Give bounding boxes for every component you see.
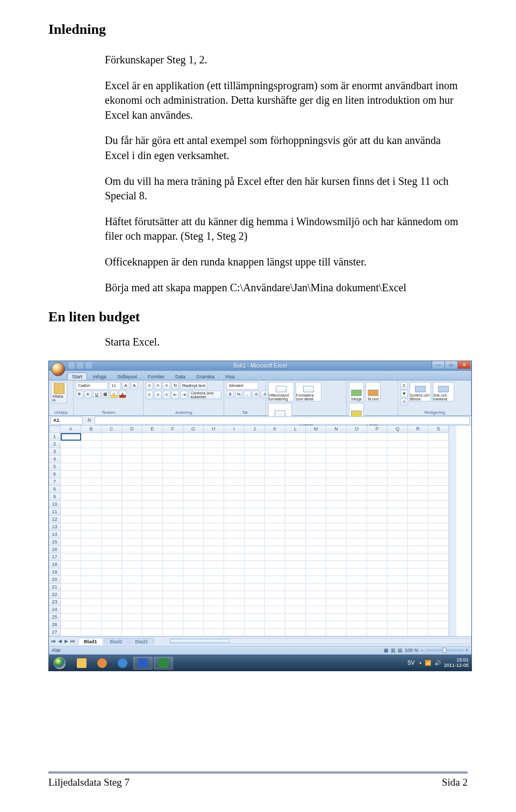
cell[interactable] (265, 538, 285, 546)
zoom-out-button[interactable]: − (420, 648, 423, 653)
cell[interactable] (428, 471, 449, 478)
cell[interactable] (388, 486, 408, 493)
tray-network-icon[interactable]: 📶 (425, 660, 431, 666)
cell[interactable] (245, 501, 265, 508)
cell[interactable] (367, 591, 388, 599)
cell[interactable] (224, 591, 245, 599)
cell[interactable] (306, 523, 326, 531)
cell[interactable] (428, 554, 449, 561)
number-format-selector[interactable]: Allmänt (226, 382, 259, 390)
cell[interactable] (245, 561, 265, 569)
cell[interactable] (265, 531, 285, 538)
cell[interactable] (367, 569, 388, 576)
ribbon-tab-data[interactable]: Data (170, 372, 190, 380)
cell[interactable] (61, 508, 81, 516)
cell[interactable] (285, 471, 306, 478)
cell[interactable] (245, 516, 265, 523)
cell[interactable] (81, 478, 102, 486)
cell[interactable] (306, 516, 326, 523)
cell[interactable] (204, 441, 224, 448)
cell[interactable] (347, 493, 367, 501)
cell[interactable] (183, 591, 204, 599)
cell[interactable] (285, 493, 306, 501)
name-box[interactable]: A1 (51, 416, 83, 425)
orientation-button[interactable]: ↻ (171, 382, 179, 390)
cell[interactable] (367, 584, 388, 591)
cell[interactable] (224, 538, 245, 546)
fill-color-button[interactable]: ◇ (110, 391, 118, 398)
cell[interactable] (81, 629, 102, 636)
cell[interactable] (61, 554, 81, 561)
font-name-selector[interactable]: Calibri (76, 382, 108, 390)
cell[interactable] (306, 471, 326, 478)
clear-button[interactable]: ◇ (400, 398, 408, 406)
cell[interactable] (408, 591, 428, 599)
sheet-nav-last-icon[interactable]: ⏭ (69, 638, 76, 644)
cell[interactable] (367, 531, 388, 538)
horizontal-scrollbar[interactable] (170, 638, 471, 644)
cell[interactable] (326, 606, 347, 614)
column-header[interactable]: Q (388, 426, 408, 433)
cell[interactable] (326, 516, 347, 523)
cell[interactable] (408, 478, 428, 486)
cell[interactable] (183, 531, 204, 538)
cell[interactable] (204, 448, 224, 456)
cell[interactable] (347, 531, 367, 538)
cell[interactable] (224, 441, 245, 448)
inc-decimal-button[interactable]: .0 (252, 391, 260, 398)
cell[interactable] (245, 486, 265, 493)
cell[interactable] (347, 599, 367, 606)
cell[interactable] (122, 441, 142, 448)
cell[interactable] (285, 508, 306, 516)
fill-button[interactable]: ▼ (400, 390, 408, 398)
cell[interactable] (81, 561, 102, 569)
cell[interactable] (61, 523, 81, 531)
cell[interactable] (142, 501, 163, 508)
cell[interactable] (61, 463, 81, 471)
cell[interactable] (265, 561, 285, 569)
cell[interactable] (388, 463, 408, 471)
cell[interactable] (204, 516, 224, 523)
cell[interactable] (428, 493, 449, 501)
cell[interactable] (326, 531, 347, 538)
cell[interactable] (102, 493, 122, 501)
cell[interactable] (122, 493, 142, 501)
cell[interactable] (122, 531, 142, 538)
column-header[interactable]: B (81, 426, 102, 433)
office-button[interactable] (51, 362, 65, 376)
cell[interactable] (102, 576, 122, 584)
cell[interactable] (367, 538, 388, 546)
cell[interactable] (183, 456, 204, 463)
column-header[interactable]: L (285, 426, 306, 433)
cell[interactable] (183, 614, 204, 621)
cell[interactable] (428, 546, 449, 554)
cell[interactable] (326, 463, 347, 471)
cell[interactable] (326, 561, 347, 569)
cell[interactable] (224, 546, 245, 554)
delete-cells-button[interactable]: Ta bort (366, 382, 381, 401)
cell[interactable] (61, 456, 81, 463)
font-color-button[interactable]: A (119, 391, 126, 398)
cell[interactable] (102, 584, 122, 591)
cell[interactable] (224, 478, 245, 486)
cell[interactable] (61, 614, 81, 621)
cell[interactable] (245, 591, 265, 599)
cell[interactable] (224, 576, 245, 584)
cell[interactable] (388, 501, 408, 508)
cell[interactable] (183, 516, 204, 523)
cell[interactable] (367, 523, 388, 531)
cell[interactable] (204, 538, 224, 546)
taskbar-media-icon[interactable] (92, 657, 112, 670)
cell[interactable] (122, 591, 142, 599)
cell[interactable] (224, 433, 245, 441)
align-top-button[interactable]: ≡ (146, 382, 153, 390)
cell[interactable] (306, 561, 326, 569)
cell[interactable] (367, 433, 388, 441)
cell[interactable] (388, 554, 408, 561)
cell[interactable] (265, 621, 285, 629)
taskbar-word-icon[interactable] (133, 657, 153, 670)
cell[interactable] (224, 599, 245, 606)
cell[interactable] (204, 478, 224, 486)
cell[interactable] (224, 471, 245, 478)
row-header[interactable]: 24 (49, 606, 61, 614)
